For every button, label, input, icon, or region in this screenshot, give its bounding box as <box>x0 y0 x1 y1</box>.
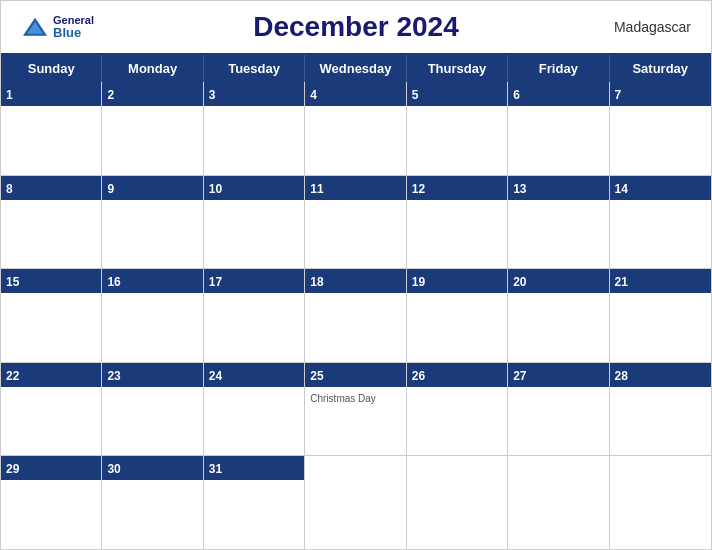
day-number: 19 <box>412 275 425 289</box>
day-cell: 2 <box>102 82 203 175</box>
day-cell: 28 <box>610 363 711 456</box>
month-title: December 2024 <box>253 11 458 43</box>
header-monday: Monday <box>102 55 203 82</box>
header-friday: Friday <box>508 55 609 82</box>
day-number: 9 <box>107 182 114 196</box>
day-cell: 7 <box>610 82 711 175</box>
week-row-2: 891011121314 <box>1 176 711 270</box>
day-cell: 17 <box>204 269 305 362</box>
day-number: 22 <box>6 369 19 383</box>
day-cell: 16 <box>102 269 203 362</box>
day-cell: 31 <box>204 456 305 549</box>
day-cell: 8 <box>1 176 102 269</box>
day-cell: 4 <box>305 82 406 175</box>
header-wednesday: Wednesday <box>305 55 406 82</box>
day-number: 26 <box>412 369 425 383</box>
day-number: 6 <box>513 88 520 102</box>
day-number: 20 <box>513 275 526 289</box>
day-cell: 29 <box>1 456 102 549</box>
day-number: 4 <box>310 88 317 102</box>
day-cell: 11 <box>305 176 406 269</box>
day-cell: 6 <box>508 82 609 175</box>
day-number: 11 <box>310 182 323 196</box>
day-cell: 12 <box>407 176 508 269</box>
day-cell: 10 <box>204 176 305 269</box>
calendar-header: General Blue December 2024 Madagascar <box>1 1 711 53</box>
day-cell: 14 <box>610 176 711 269</box>
day-number: 23 <box>107 369 120 383</box>
header-saturday: Saturday <box>610 55 711 82</box>
logo-blue-text: Blue <box>53 26 94 40</box>
day-number: 18 <box>310 275 323 289</box>
calendar: General Blue December 2024 Madagascar Su… <box>0 0 712 550</box>
day-cell: 30 <box>102 456 203 549</box>
day-number: 15 <box>6 275 19 289</box>
week-row-3: 15161718192021 <box>1 269 711 363</box>
day-cell: 25Christmas Day <box>305 363 406 456</box>
day-cell: 15 <box>1 269 102 362</box>
day-number: 2 <box>107 88 114 102</box>
day-number: 28 <box>615 369 628 383</box>
header-thursday: Thursday <box>407 55 508 82</box>
day-cell: 23 <box>102 363 203 456</box>
day-number: 8 <box>6 182 13 196</box>
day-headers: Sunday Monday Tuesday Wednesday Thursday… <box>1 55 711 82</box>
day-number: 13 <box>513 182 526 196</box>
day-number: 29 <box>6 462 19 476</box>
weeks-container: 1234567891011121314151617181920212223242… <box>1 82 711 549</box>
day-cell <box>407 456 508 549</box>
day-cell: 18 <box>305 269 406 362</box>
day-cell <box>508 456 609 549</box>
week-row-5: 293031 <box>1 456 711 549</box>
calendar-grid: Sunday Monday Tuesday Wednesday Thursday… <box>1 53 711 549</box>
day-number: 17 <box>209 275 222 289</box>
day-cell: 9 <box>102 176 203 269</box>
day-number: 21 <box>615 275 628 289</box>
header-sunday: Sunday <box>1 55 102 82</box>
header-tuesday: Tuesday <box>204 55 305 82</box>
day-number: 31 <box>209 462 222 476</box>
day-cell: 5 <box>407 82 508 175</box>
day-number: 3 <box>209 88 216 102</box>
day-number: 27 <box>513 369 526 383</box>
day-cell: 13 <box>508 176 609 269</box>
day-number: 10 <box>209 182 222 196</box>
day-cell: 20 <box>508 269 609 362</box>
day-number: 1 <box>6 88 13 102</box>
day-cell: 1 <box>1 82 102 175</box>
day-number: 7 <box>615 88 622 102</box>
day-number: 25 <box>310 369 323 383</box>
day-number: 5 <box>412 88 419 102</box>
day-cell: 22 <box>1 363 102 456</box>
day-cell <box>305 456 406 549</box>
country-label: Madagascar <box>614 19 691 35</box>
day-cell <box>610 456 711 549</box>
day-number: 14 <box>615 182 628 196</box>
event-label: Christmas Day <box>310 393 400 405</box>
day-number: 30 <box>107 462 120 476</box>
day-cell: 21 <box>610 269 711 362</box>
day-number: 16 <box>107 275 120 289</box>
week-row-1: 1234567 <box>1 82 711 176</box>
day-cell: 3 <box>204 82 305 175</box>
day-number: 12 <box>412 182 425 196</box>
day-cell: 26 <box>407 363 508 456</box>
week-row-4: 22232425Christmas Day262728 <box>1 363 711 457</box>
logo-icon <box>21 16 49 38</box>
day-number: 24 <box>209 369 222 383</box>
day-cell: 19 <box>407 269 508 362</box>
day-cell: 24 <box>204 363 305 456</box>
day-cell: 27 <box>508 363 609 456</box>
logo: General Blue <box>21 14 94 40</box>
